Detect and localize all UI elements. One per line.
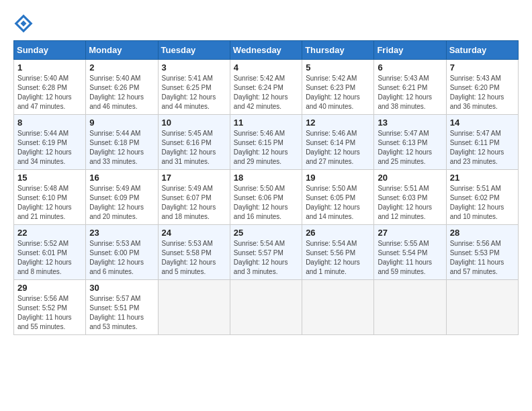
page-header [13,13,519,34]
day-number: 24 [162,228,226,238]
day-detail: Sunrise: 5:53 AMSunset: 6:00 PMDaylight:… [89,240,144,275]
day-number: 5 [306,62,370,73]
day-cell: 24Sunrise: 5:53 AMSunset: 5:58 PMDayligh… [158,225,230,280]
day-detail: Sunrise: 5:43 AMSunset: 6:21 PMDaylight:… [378,75,432,110]
day-number: 15 [17,173,82,183]
day-detail: Sunrise: 5:56 AMSunset: 5:53 PMDaylight:… [450,240,504,275]
day-detail: Sunrise: 5:55 AMSunset: 5:54 PMDaylight:… [378,240,432,275]
day-cell: 8Sunrise: 5:44 AMSunset: 6:19 PMDaylight… [14,115,86,170]
day-number: 30 [89,283,154,293]
day-cell: 12Sunrise: 5:46 AMSunset: 6:14 PMDayligh… [302,115,374,170]
day-number: 3 [162,62,226,73]
day-detail: Sunrise: 5:41 AMSunset: 6:25 PMDaylight:… [162,75,216,110]
day-cell: 20Sunrise: 5:51 AMSunset: 6:03 PMDayligh… [374,170,446,225]
day-cell: 3Sunrise: 5:41 AMSunset: 6:25 PMDaylight… [158,60,230,115]
day-detail: Sunrise: 5:50 AMSunset: 6:05 PMDaylight:… [306,185,360,220]
week-row-1: 1Sunrise: 5:40 AMSunset: 6:28 PMDaylight… [14,60,519,115]
day-cell: 23Sunrise: 5:53 AMSunset: 6:00 PMDayligh… [86,225,158,280]
day-cell: 4Sunrise: 5:42 AMSunset: 6:24 PMDaylight… [230,60,302,115]
day-detail: Sunrise: 5:50 AMSunset: 6:06 PMDaylight:… [234,185,288,220]
day-number: 10 [162,118,226,128]
week-row-4: 22Sunrise: 5:52 AMSunset: 6:01 PMDayligh… [14,225,519,280]
calendar-table: SundayMondayTuesdayWednesdayThursdayFrid… [13,40,519,335]
day-number: 14 [450,118,515,128]
day-number: 23 [89,228,154,238]
day-cell: 26Sunrise: 5:54 AMSunset: 5:56 PMDayligh… [302,225,374,280]
day-cell: 28Sunrise: 5:56 AMSunset: 5:53 PMDayligh… [446,225,518,280]
day-cell: 25Sunrise: 5:54 AMSunset: 5:57 PMDayligh… [230,225,302,280]
day-cell: 22Sunrise: 5:52 AMSunset: 6:01 PMDayligh… [14,225,86,280]
day-detail: Sunrise: 5:40 AMSunset: 6:28 PMDaylight:… [17,75,72,110]
day-number: 27 [378,228,442,238]
col-header-monday: Monday [86,41,158,60]
day-cell: 29Sunrise: 5:56 AMSunset: 5:52 PMDayligh… [14,280,86,335]
day-cell: 18Sunrise: 5:50 AMSunset: 6:06 PMDayligh… [230,170,302,225]
day-cell [446,280,518,335]
day-detail: Sunrise: 5:45 AMSunset: 6:16 PMDaylight:… [162,130,216,165]
day-cell [374,280,446,335]
day-detail: Sunrise: 5:48 AMSunset: 6:10 PMDaylight:… [17,185,72,220]
day-detail: Sunrise: 5:47 AMSunset: 6:13 PMDaylight:… [378,130,432,165]
day-cell: 30Sunrise: 5:57 AMSunset: 5:51 PMDayligh… [86,280,158,335]
day-cell [230,280,302,335]
day-cell: 21Sunrise: 5:51 AMSunset: 6:02 PMDayligh… [446,170,518,225]
day-number: 2 [89,62,154,73]
day-number: 26 [306,228,370,238]
day-number: 29 [17,283,82,293]
day-detail: Sunrise: 5:49 AMSunset: 6:07 PMDaylight:… [162,185,216,220]
day-detail: Sunrise: 5:40 AMSunset: 6:26 PMDaylight:… [89,75,144,110]
day-cell: 9Sunrise: 5:44 AMSunset: 6:18 PMDaylight… [86,115,158,170]
day-number: 21 [450,173,515,183]
day-number: 9 [89,118,154,128]
day-detail: Sunrise: 5:54 AMSunset: 5:56 PMDaylight:… [306,240,360,275]
day-cell: 6Sunrise: 5:43 AMSunset: 6:21 PMDaylight… [374,60,446,115]
day-cell: 15Sunrise: 5:48 AMSunset: 6:10 PMDayligh… [14,170,86,225]
day-number: 17 [162,173,226,183]
col-header-tuesday: Tuesday [158,41,230,60]
day-number: 8 [17,118,82,128]
day-number: 13 [378,118,442,128]
day-number: 7 [450,62,515,73]
day-detail: Sunrise: 5:52 AMSunset: 6:01 PMDaylight:… [17,240,72,275]
day-detail: Sunrise: 5:51 AMSunset: 6:02 PMDaylight:… [450,185,504,220]
day-detail: Sunrise: 5:46 AMSunset: 6:15 PMDaylight:… [234,130,288,165]
col-header-friday: Friday [374,41,446,60]
day-cell: 27Sunrise: 5:55 AMSunset: 5:54 PMDayligh… [374,225,446,280]
day-detail: Sunrise: 5:44 AMSunset: 6:18 PMDaylight:… [89,130,144,165]
day-cell: 1Sunrise: 5:40 AMSunset: 6:28 PMDaylight… [14,60,86,115]
day-detail: Sunrise: 5:53 AMSunset: 5:58 PMDaylight:… [162,240,216,275]
day-cell: 19Sunrise: 5:50 AMSunset: 6:05 PMDayligh… [302,170,374,225]
day-detail: Sunrise: 5:44 AMSunset: 6:19 PMDaylight:… [17,130,72,165]
day-cell: 2Sunrise: 5:40 AMSunset: 6:26 PMDaylight… [86,60,158,115]
column-headers: SundayMondayTuesdayWednesdayThursdayFrid… [14,41,519,60]
day-number: 11 [234,118,298,128]
day-detail: Sunrise: 5:43 AMSunset: 6:20 PMDaylight:… [450,75,504,110]
day-number: 18 [234,173,298,183]
day-number: 20 [378,173,442,183]
day-detail: Sunrise: 5:54 AMSunset: 5:57 PMDaylight:… [234,240,288,275]
day-detail: Sunrise: 5:46 AMSunset: 6:14 PMDaylight:… [306,130,360,165]
day-detail: Sunrise: 5:42 AMSunset: 6:24 PMDaylight:… [234,75,288,110]
day-cell [158,280,230,335]
day-detail: Sunrise: 5:47 AMSunset: 6:11 PMDaylight:… [450,130,504,165]
day-cell: 13Sunrise: 5:47 AMSunset: 6:13 PMDayligh… [374,115,446,170]
col-header-sunday: Sunday [14,41,86,60]
col-header-thursday: Thursday [302,41,374,60]
week-row-2: 8Sunrise: 5:44 AMSunset: 6:19 PMDaylight… [14,115,519,170]
day-cell [302,280,374,335]
day-number: 4 [234,62,298,73]
day-number: 22 [17,228,82,238]
day-number: 25 [234,228,298,238]
day-cell: 11Sunrise: 5:46 AMSunset: 6:15 PMDayligh… [230,115,302,170]
day-number: 12 [306,118,370,128]
day-number: 1 [17,62,82,73]
day-detail: Sunrise: 5:57 AMSunset: 5:51 PMDaylight:… [89,295,144,330]
day-detail: Sunrise: 5:49 AMSunset: 6:09 PMDaylight:… [89,185,144,220]
day-cell: 14Sunrise: 5:47 AMSunset: 6:11 PMDayligh… [446,115,518,170]
day-number: 28 [450,228,515,238]
day-cell: 5Sunrise: 5:42 AMSunset: 6:23 PMDaylight… [302,60,374,115]
day-cell: 16Sunrise: 5:49 AMSunset: 6:09 PMDayligh… [86,170,158,225]
day-cell: 10Sunrise: 5:45 AMSunset: 6:16 PMDayligh… [158,115,230,170]
day-detail: Sunrise: 5:51 AMSunset: 6:03 PMDaylight:… [378,185,432,220]
week-row-5: 29Sunrise: 5:56 AMSunset: 5:52 PMDayligh… [14,280,519,335]
